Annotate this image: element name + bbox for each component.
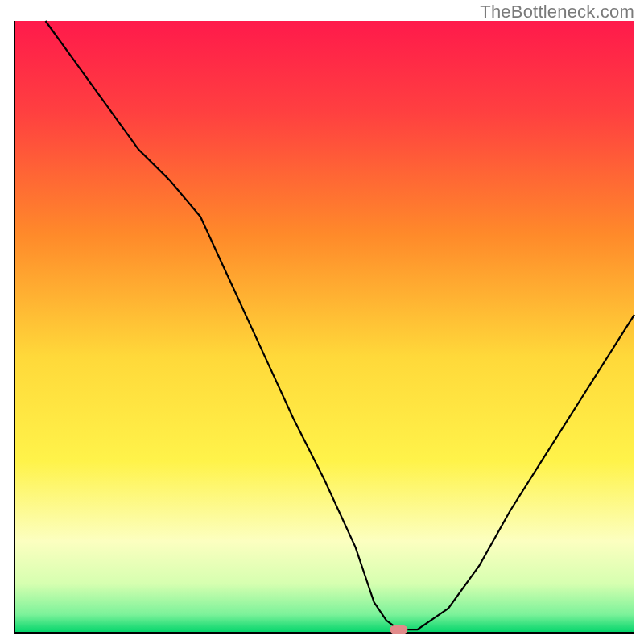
bottleneck-chart (0, 0, 644, 644)
chart-background (14, 21, 634, 633)
optimal-marker (390, 625, 407, 634)
